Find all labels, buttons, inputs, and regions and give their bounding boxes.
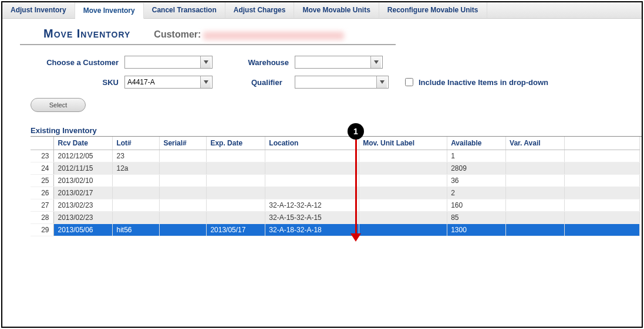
qualifier-combo[interactable] bbox=[295, 76, 389, 89]
qualifier-input[interactable] bbox=[295, 76, 376, 88]
table-cell bbox=[265, 150, 359, 162]
warehouse-label: Warehouse bbox=[236, 58, 289, 67]
table-cell: 2013/05/06 bbox=[54, 224, 113, 236]
table-cell: 25 bbox=[31, 175, 54, 187]
table-row[interactable]: 242012/11/1512a2809 bbox=[31, 162, 640, 175]
table-cell bbox=[359, 187, 447, 199]
sku-combo[interactable] bbox=[124, 76, 213, 89]
col-header[interactable]: Var. Avail bbox=[506, 137, 565, 150]
table-row[interactable]: 272013/02/2332-A-12-32-A-12160 bbox=[31, 199, 640, 212]
table-cell bbox=[359, 199, 447, 212]
col-header[interactable] bbox=[565, 137, 640, 150]
table-cell: 1 bbox=[447, 150, 506, 162]
table-cell bbox=[207, 175, 265, 187]
table-cell bbox=[207, 162, 265, 175]
select-button[interactable]: Select bbox=[31, 98, 86, 112]
table-cell bbox=[506, 224, 565, 236]
qualifier-label: Qualifier bbox=[236, 78, 289, 87]
table-cell bbox=[160, 187, 207, 199]
include-inactive-checkbox[interactable]: Include Inactive Items in drop-down bbox=[403, 76, 548, 88]
table-cell: 26 bbox=[31, 187, 54, 199]
table-cell bbox=[113, 175, 160, 187]
table-cell: 160 bbox=[447, 199, 506, 212]
warehouse-input[interactable] bbox=[295, 56, 370, 68]
table-cell: 23 bbox=[31, 150, 54, 162]
table-row[interactable]: 252013/02/1036 bbox=[31, 175, 640, 187]
customer-label-group: Customer: bbox=[154, 29, 343, 40]
tab-reconfigure-movable-units[interactable]: Reconfigure Movable Units bbox=[379, 2, 487, 18]
table-cell: 28 bbox=[31, 212, 54, 224]
table-cell bbox=[565, 212, 640, 224]
table-cell: 36 bbox=[447, 175, 506, 187]
table-cell: 24 bbox=[31, 162, 54, 175]
table-row[interactable]: 282013/02/2332-A-15-32-A-1585 bbox=[31, 212, 640, 224]
col-header[interactable]: Mov. Unit Label bbox=[359, 137, 447, 150]
tab-move-movable-units[interactable]: Move Movable Units bbox=[294, 2, 379, 18]
table-cell bbox=[565, 224, 640, 236]
table-cell: 2013/02/17 bbox=[54, 187, 113, 199]
table-cell bbox=[565, 162, 640, 175]
sku-input[interactable] bbox=[125, 76, 200, 88]
inventory-table: Rcv DateLot#Serial#Exp. DateLocationMov.… bbox=[31, 137, 640, 236]
include-inactive-input[interactable] bbox=[405, 78, 413, 86]
chevron-down-icon[interactable] bbox=[370, 56, 381, 68]
choose-customer-input[interactable] bbox=[125, 56, 200, 68]
table-cell bbox=[359, 175, 447, 187]
col-header[interactable]: Exp. Date bbox=[207, 137, 265, 150]
table-cell bbox=[113, 187, 160, 199]
table-cell bbox=[359, 224, 447, 236]
col-header[interactable]: Lot# bbox=[113, 137, 160, 150]
tab-adjust-inventory[interactable]: Adjust Inventory bbox=[2, 2, 75, 18]
col-header[interactable]: Available bbox=[447, 137, 506, 150]
table-cell bbox=[160, 212, 207, 224]
table-cell bbox=[207, 212, 265, 224]
chevron-down-icon[interactable] bbox=[200, 76, 211, 88]
table-cell bbox=[359, 212, 447, 224]
table-cell bbox=[160, 150, 207, 162]
table-cell: 32-A-12-32-A-12 bbox=[265, 199, 359, 212]
page-title: Move Inventory bbox=[43, 27, 130, 40]
table-cell: 2 bbox=[447, 187, 506, 199]
table-cell bbox=[359, 162, 447, 175]
tab-move-inventory[interactable]: Move Inventory bbox=[75, 3, 144, 19]
table-cell: 12a bbox=[113, 162, 160, 175]
col-header[interactable]: Serial# bbox=[160, 137, 207, 150]
table-body: 232012/12/05231242012/11/1512a2809252013… bbox=[31, 150, 640, 236]
choose-customer-combo[interactable] bbox=[124, 56, 213, 69]
col-header[interactable] bbox=[31, 137, 54, 150]
table-header-row: Rcv DateLot#Serial#Exp. DateLocationMov.… bbox=[31, 137, 640, 150]
table-cell bbox=[506, 187, 565, 199]
table-cell: 2013/05/17 bbox=[207, 224, 265, 236]
table-cell: 2013/02/23 bbox=[54, 199, 113, 212]
table-row[interactable]: 292013/05/06hit562013/05/1732-A-18-32-A-… bbox=[31, 224, 640, 236]
table-cell bbox=[506, 162, 565, 175]
warehouse-combo[interactable] bbox=[295, 56, 383, 69]
table-cell bbox=[506, 199, 565, 212]
table-cell bbox=[565, 150, 640, 162]
table-row[interactable]: 232012/12/05231 bbox=[31, 150, 640, 162]
col-header[interactable]: Rcv Date bbox=[54, 137, 113, 150]
table-cell: hit56 bbox=[113, 224, 160, 236]
table-cell bbox=[565, 187, 640, 199]
table-cell bbox=[565, 175, 640, 187]
chevron-down-icon[interactable] bbox=[376, 76, 387, 88]
table-cell: 2013/02/10 bbox=[54, 175, 113, 187]
tab-bar: Adjust InventoryMove InventoryCancel Tra… bbox=[2, 2, 642, 19]
table-cell bbox=[359, 150, 447, 162]
table-row[interactable]: 262013/02/172 bbox=[31, 187, 640, 199]
table-cell bbox=[506, 175, 565, 187]
tab-adjust-charges[interactable]: Adjust Charges bbox=[225, 2, 295, 18]
table-cell bbox=[265, 175, 359, 187]
table-cell: 29 bbox=[31, 224, 54, 236]
page-header: Move Inventory Customer: bbox=[20, 19, 396, 45]
customer-label: Customer: bbox=[154, 29, 201, 39]
table-cell bbox=[160, 224, 207, 236]
table-cell bbox=[565, 199, 640, 212]
customer-name-redacted bbox=[203, 32, 344, 40]
tab-cancel-transaction[interactable]: Cancel Transaction bbox=[144, 2, 225, 18]
table-cell: 27 bbox=[31, 199, 54, 212]
col-header[interactable]: Location bbox=[265, 137, 359, 150]
chevron-down-icon[interactable] bbox=[200, 56, 211, 68]
choose-customer-label: Choose a Customer bbox=[31, 58, 119, 67]
existing-inventory-heading: Existing Inventory bbox=[31, 126, 642, 135]
